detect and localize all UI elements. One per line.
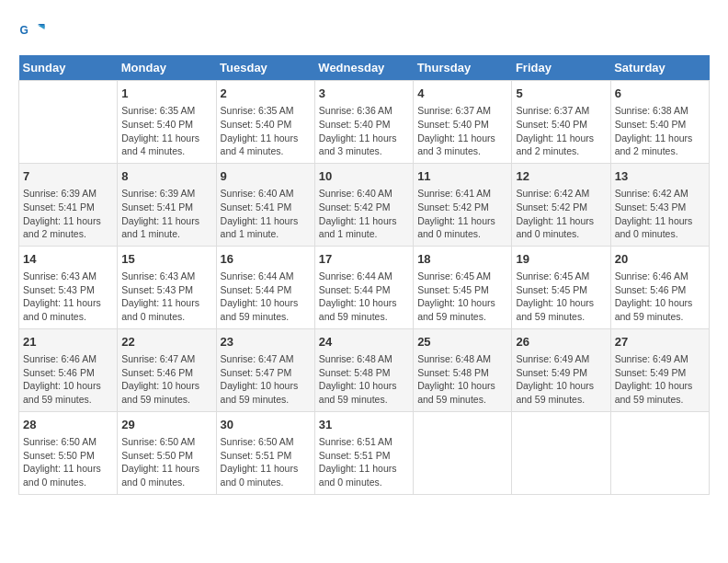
calendar-cell: 11Sunrise: 6:41 AM Sunset: 5:42 PM Dayli… bbox=[414, 163, 512, 246]
calendar-cell: 8Sunrise: 6:39 AM Sunset: 5:41 PM Daylig… bbox=[118, 163, 216, 246]
calendar-cell: 22Sunrise: 6:47 AM Sunset: 5:46 PM Dayli… bbox=[118, 328, 216, 411]
calendar-cell: 27Sunrise: 6:49 AM Sunset: 5:49 PM Dayli… bbox=[610, 328, 709, 411]
day-number: 24 bbox=[319, 334, 409, 350]
day-number: 1 bbox=[121, 86, 211, 102]
day-info: Sunrise: 6:35 AM Sunset: 5:40 PM Dayligh… bbox=[121, 104, 211, 158]
calendar-cell: 10Sunrise: 6:40 AM Sunset: 5:42 PM Dayli… bbox=[314, 163, 413, 246]
day-number: 2 bbox=[221, 86, 311, 102]
day-info: Sunrise: 6:50 AM Sunset: 5:50 PM Dayligh… bbox=[121, 435, 211, 489]
day-number: 23 bbox=[221, 334, 311, 350]
weekday-header-sunday: Sunday bbox=[19, 55, 118, 81]
weekday-header-thursday: Thursday bbox=[414, 55, 512, 81]
calendar-week-row: 21Sunrise: 6:46 AM Sunset: 5:46 PM Dayli… bbox=[19, 328, 710, 411]
logo: G bbox=[18, 18, 48, 46]
day-info: Sunrise: 6:45 AM Sunset: 5:45 PM Dayligh… bbox=[417, 270, 507, 324]
calendar-cell: 3Sunrise: 6:36 AM Sunset: 5:40 PM Daylig… bbox=[314, 81, 413, 164]
day-info: Sunrise: 6:49 AM Sunset: 5:49 PM Dayligh… bbox=[516, 352, 606, 407]
day-number: 10 bbox=[319, 168, 409, 185]
day-info: Sunrise: 6:36 AM Sunset: 5:40 PM Dayligh… bbox=[319, 104, 409, 158]
calendar-cell: 1Sunrise: 6:35 AM Sunset: 5:40 PM Daylig… bbox=[118, 81, 216, 164]
day-number: 12 bbox=[516, 168, 606, 185]
calendar-cell: 29Sunrise: 6:50 AM Sunset: 5:50 PM Dayli… bbox=[118, 411, 216, 494]
day-info: Sunrise: 6:50 AM Sunset: 5:51 PM Dayligh… bbox=[221, 435, 311, 489]
calendar-cell: 21Sunrise: 6:46 AM Sunset: 5:46 PM Dayli… bbox=[19, 328, 118, 411]
day-number: 16 bbox=[221, 251, 311, 268]
calendar-cell: 7Sunrise: 6:39 AM Sunset: 5:41 PM Daylig… bbox=[19, 163, 118, 246]
day-info: Sunrise: 6:44 AM Sunset: 5:44 PM Dayligh… bbox=[221, 270, 311, 324]
day-info: Sunrise: 6:50 AM Sunset: 5:50 PM Dayligh… bbox=[23, 435, 113, 489]
day-number: 3 bbox=[319, 86, 409, 102]
day-number: 17 bbox=[319, 251, 409, 268]
day-info: Sunrise: 6:46 AM Sunset: 5:46 PM Dayligh… bbox=[615, 270, 705, 324]
day-number: 4 bbox=[417, 86, 507, 102]
day-info: Sunrise: 6:42 AM Sunset: 5:43 PM Dayligh… bbox=[615, 187, 705, 241]
weekday-header-friday: Friday bbox=[512, 55, 610, 81]
day-info: Sunrise: 6:38 AM Sunset: 5:40 PM Dayligh… bbox=[615, 104, 705, 158]
calendar-cell bbox=[512, 411, 610, 494]
day-info: Sunrise: 6:37 AM Sunset: 5:40 PM Dayligh… bbox=[417, 104, 507, 158]
day-number: 30 bbox=[221, 417, 311, 433]
day-number: 18 bbox=[417, 251, 507, 268]
svg-marker-2 bbox=[38, 26, 45, 30]
day-info: Sunrise: 6:48 AM Sunset: 5:48 PM Dayligh… bbox=[417, 352, 507, 407]
calendar-cell: 31Sunrise: 6:51 AM Sunset: 5:51 PM Dayli… bbox=[314, 411, 413, 494]
calendar-cell: 23Sunrise: 6:47 AM Sunset: 5:47 PM Dayli… bbox=[216, 328, 314, 411]
calendar-cell: 13Sunrise: 6:42 AM Sunset: 5:43 PM Dayli… bbox=[610, 163, 709, 246]
day-info: Sunrise: 6:40 AM Sunset: 5:41 PM Dayligh… bbox=[221, 187, 311, 241]
calendar-cell: 25Sunrise: 6:48 AM Sunset: 5:48 PM Dayli… bbox=[414, 328, 512, 411]
day-info: Sunrise: 6:51 AM Sunset: 5:51 PM Dayligh… bbox=[319, 435, 409, 489]
day-info: Sunrise: 6:43 AM Sunset: 5:43 PM Dayligh… bbox=[121, 270, 211, 324]
calendar-week-row: 14Sunrise: 6:43 AM Sunset: 5:43 PM Dayli… bbox=[19, 246, 710, 328]
calendar-cell: 2Sunrise: 6:35 AM Sunset: 5:40 PM Daylig… bbox=[216, 81, 314, 164]
day-number: 15 bbox=[121, 251, 211, 268]
page-header: G bbox=[18, 18, 710, 46]
calendar-cell bbox=[414, 411, 512, 494]
day-number: 11 bbox=[417, 168, 507, 185]
day-info: Sunrise: 6:35 AM Sunset: 5:40 PM Dayligh… bbox=[221, 104, 311, 158]
calendar-cell bbox=[610, 411, 709, 494]
calendar-cell: 18Sunrise: 6:45 AM Sunset: 5:45 PM Dayli… bbox=[414, 246, 512, 328]
calendar-header-row: SundayMondayTuesdayWednesdayThursdayFrid… bbox=[19, 55, 710, 81]
day-number: 8 bbox=[121, 168, 211, 185]
day-number: 27 bbox=[615, 334, 705, 350]
calendar-cell: 17Sunrise: 6:44 AM Sunset: 5:44 PM Dayli… bbox=[314, 246, 413, 328]
day-number: 22 bbox=[121, 334, 211, 350]
calendar-table: SundayMondayTuesdayWednesdayThursdayFrid… bbox=[18, 55, 710, 495]
day-info: Sunrise: 6:45 AM Sunset: 5:45 PM Dayligh… bbox=[516, 270, 606, 324]
logo-icon: G bbox=[18, 18, 46, 46]
calendar-cell bbox=[19, 81, 118, 164]
calendar-cell: 15Sunrise: 6:43 AM Sunset: 5:43 PM Dayli… bbox=[118, 246, 216, 328]
calendar-cell: 24Sunrise: 6:48 AM Sunset: 5:48 PM Dayli… bbox=[314, 328, 413, 411]
day-number: 29 bbox=[121, 417, 211, 433]
calendar-cell: 19Sunrise: 6:45 AM Sunset: 5:45 PM Dayli… bbox=[512, 246, 610, 328]
day-info: Sunrise: 6:48 AM Sunset: 5:48 PM Dayligh… bbox=[319, 352, 409, 407]
day-number: 21 bbox=[23, 334, 113, 350]
day-number: 20 bbox=[615, 251, 705, 268]
calendar-week-row: 28Sunrise: 6:50 AM Sunset: 5:50 PM Dayli… bbox=[19, 411, 710, 494]
day-number: 28 bbox=[23, 417, 113, 433]
day-info: Sunrise: 6:37 AM Sunset: 5:40 PM Dayligh… bbox=[516, 104, 606, 158]
calendar-cell: 28Sunrise: 6:50 AM Sunset: 5:50 PM Dayli… bbox=[19, 411, 118, 494]
calendar-cell: 9Sunrise: 6:40 AM Sunset: 5:41 PM Daylig… bbox=[216, 163, 314, 246]
day-number: 5 bbox=[516, 86, 606, 102]
calendar-cell: 30Sunrise: 6:50 AM Sunset: 5:51 PM Dayli… bbox=[216, 411, 314, 494]
day-number: 6 bbox=[615, 86, 705, 102]
day-info: Sunrise: 6:39 AM Sunset: 5:41 PM Dayligh… bbox=[121, 187, 211, 241]
calendar-week-row: 1Sunrise: 6:35 AM Sunset: 5:40 PM Daylig… bbox=[19, 81, 710, 164]
calendar-cell: 14Sunrise: 6:43 AM Sunset: 5:43 PM Dayli… bbox=[19, 246, 118, 328]
day-info: Sunrise: 6:49 AM Sunset: 5:49 PM Dayligh… bbox=[615, 352, 705, 407]
day-number: 13 bbox=[615, 168, 705, 185]
calendar-cell: 6Sunrise: 6:38 AM Sunset: 5:40 PM Daylig… bbox=[610, 81, 709, 164]
day-number: 9 bbox=[221, 168, 311, 185]
day-number: 26 bbox=[516, 334, 606, 350]
calendar-cell: 20Sunrise: 6:46 AM Sunset: 5:46 PM Dayli… bbox=[610, 246, 709, 328]
calendar-cell: 4Sunrise: 6:37 AM Sunset: 5:40 PM Daylig… bbox=[414, 81, 512, 164]
weekday-header-monday: Monday bbox=[118, 55, 216, 81]
day-info: Sunrise: 6:47 AM Sunset: 5:47 PM Dayligh… bbox=[221, 352, 311, 407]
day-info: Sunrise: 6:44 AM Sunset: 5:44 PM Dayligh… bbox=[319, 270, 409, 324]
day-info: Sunrise: 6:40 AM Sunset: 5:42 PM Dayligh… bbox=[319, 187, 409, 241]
weekday-header-wednesday: Wednesday bbox=[314, 55, 413, 81]
day-info: Sunrise: 6:43 AM Sunset: 5:43 PM Dayligh… bbox=[23, 270, 113, 324]
calendar-cell: 16Sunrise: 6:44 AM Sunset: 5:44 PM Dayli… bbox=[216, 246, 314, 328]
calendar-cell: 26Sunrise: 6:49 AM Sunset: 5:49 PM Dayli… bbox=[512, 328, 610, 411]
